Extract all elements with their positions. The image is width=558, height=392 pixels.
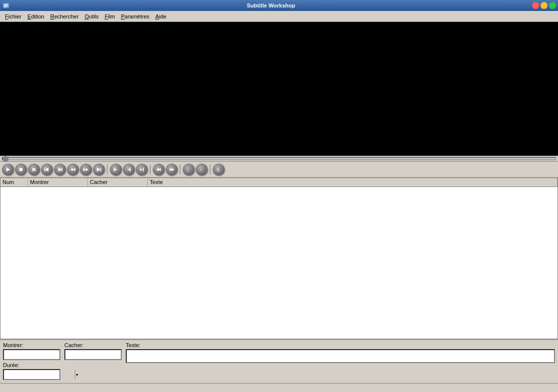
duree-input-container[interactable]: ▼ xyxy=(3,369,60,380)
grab-in-button[interactable]: ↓ xyxy=(183,164,195,176)
menu-outils[interactable]: Outils xyxy=(82,12,102,20)
svg-text:S: S xyxy=(217,168,220,172)
grab-out-button[interactable]: ↑ xyxy=(196,164,208,176)
svg-marker-3 xyxy=(6,168,10,172)
svg-marker-26 xyxy=(172,168,174,171)
duree-spin-arrow[interactable]: ▼ xyxy=(75,370,79,379)
bottom-left-col: Montrer: ▼ Cacher: ▼ xyxy=(3,342,122,380)
video-area xyxy=(0,22,558,156)
svg-rect-8 xyxy=(44,168,45,172)
menu-bar: Fichier Edition Rechercher Outils Film P… xyxy=(0,11,558,22)
col-texte: Texte xyxy=(148,178,558,187)
progress-bar[interactable] xyxy=(2,157,556,160)
bottom-row: Montrer: ▼ Cacher: ▼ xyxy=(3,342,555,380)
end-button[interactable] xyxy=(93,164,105,176)
play-button[interactable] xyxy=(2,164,14,176)
svg-marker-7 xyxy=(45,168,48,172)
texte-section: Texte: xyxy=(126,342,555,363)
svg-marker-13 xyxy=(83,168,86,171)
svg-rect-2 xyxy=(4,6,7,7)
maximize-button[interactable] xyxy=(549,2,556,9)
svg-rect-0 xyxy=(3,3,9,8)
separator-4 xyxy=(210,165,211,175)
window-controls xyxy=(532,2,556,9)
montrer-field: Montrer: ▼ xyxy=(3,342,60,360)
cacher-label: Cacher: xyxy=(64,342,122,348)
svg-rect-16 xyxy=(100,168,101,172)
svg-rect-19 xyxy=(130,168,131,172)
menu-film[interactable]: Film xyxy=(102,12,118,20)
svg-marker-24 xyxy=(156,168,159,171)
svg-marker-14 xyxy=(86,168,88,171)
app-title: Subtitle Workshop xyxy=(10,2,532,8)
svg-marker-12 xyxy=(73,168,75,171)
mark-out-button[interactable] xyxy=(123,164,135,176)
subtitle-table: Num Montrer Cacher Texte xyxy=(0,178,558,339)
col-cacher: Cacher xyxy=(88,178,148,187)
table-section: Num Montrer Cacher Texte xyxy=(0,178,558,339)
col-num: Num xyxy=(0,178,28,187)
svg-rect-1 xyxy=(4,4,8,5)
svg-marker-11 xyxy=(70,168,73,171)
svg-rect-10 xyxy=(62,168,63,172)
svg-rect-4 xyxy=(19,168,22,171)
montrer-label: Montrer: xyxy=(3,342,60,348)
menu-edition[interactable]: Edition xyxy=(24,12,47,20)
minimize-button[interactable] xyxy=(541,2,548,9)
progress-thumb[interactable] xyxy=(2,156,8,162)
prev-frame-button[interactable] xyxy=(41,164,53,176)
svg-rect-21 xyxy=(143,168,144,172)
table-header: Num Montrer Cacher Texte xyxy=(0,178,558,187)
separator-3 xyxy=(180,165,181,175)
next-subtitle-button[interactable] xyxy=(166,164,178,176)
svg-marker-15 xyxy=(97,168,100,172)
menu-aide[interactable]: Aide xyxy=(152,12,169,20)
montrer-input-container[interactable]: ▼ xyxy=(3,349,60,360)
svg-marker-18 xyxy=(115,169,117,171)
stop-button[interactable] xyxy=(15,164,27,176)
texte-input[interactable] xyxy=(126,349,555,363)
prev-subtitle-button[interactable] xyxy=(153,164,165,176)
menu-fichier[interactable]: Fichier xyxy=(2,12,24,20)
svg-text:↓: ↓ xyxy=(187,168,189,172)
pause-button[interactable] xyxy=(28,164,40,176)
rewind-button[interactable] xyxy=(67,164,79,176)
fast-forward-button[interactable] xyxy=(80,164,92,176)
controls-bar: ↓ ↑ S xyxy=(0,162,558,178)
svg-marker-22 xyxy=(140,169,143,171)
svg-rect-6 xyxy=(34,168,36,171)
main-content: ↓ ↑ S Num Montrer Cacher Texte xyxy=(0,22,558,392)
mark-in-button[interactable] xyxy=(110,164,122,176)
title-bar: Subtitle Workshop xyxy=(0,0,558,11)
bottom-edit-section: Montrer: ▼ Cacher: ▼ xyxy=(0,339,558,383)
svg-rect-17 xyxy=(114,168,115,172)
duree-input[interactable] xyxy=(4,372,75,378)
svg-marker-20 xyxy=(127,169,130,171)
table-body[interactable] xyxy=(0,187,558,317)
duree-field: Durée: ▼ xyxy=(3,362,60,380)
go-mark-out-button[interactable] xyxy=(136,164,148,176)
menu-parametres[interactable]: Paramètres xyxy=(118,12,152,20)
svg-text:↑: ↑ xyxy=(200,168,202,172)
close-button[interactable] xyxy=(532,2,539,9)
duree-label: Durée: xyxy=(3,362,60,368)
svg-rect-5 xyxy=(32,168,34,171)
status-bar xyxy=(0,383,558,392)
col-montrer: Montrer xyxy=(28,178,88,187)
cacher-input-container[interactable]: ▼ xyxy=(64,349,122,360)
next-frame-button[interactable] xyxy=(54,164,66,176)
settings-button[interactable]: S xyxy=(213,164,225,176)
texte-label: Texte: xyxy=(126,342,555,348)
menu-rechercher[interactable]: Rechercher xyxy=(47,12,82,20)
cacher-field: Cacher: ▼ xyxy=(64,342,122,360)
svg-marker-9 xyxy=(58,168,62,172)
separator-1 xyxy=(107,165,108,175)
progress-bar-container[interactable] xyxy=(0,156,558,162)
separator-2 xyxy=(150,165,151,175)
app-icon xyxy=(2,1,10,9)
